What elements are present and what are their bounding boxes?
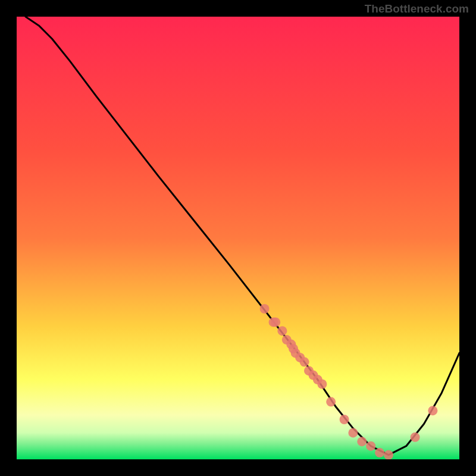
svg-point-21 (384, 450, 393, 459)
svg-point-4 (277, 326, 287, 336)
chart-container: TheBottleneck.com (0, 0, 476, 476)
svg-point-17 (348, 428, 358, 437)
svg-point-23 (428, 406, 437, 415)
svg-point-10 (300, 357, 309, 367)
svg-point-3 (271, 317, 280, 327)
svg-rect-0 (17, 17, 459, 459)
svg-point-14 (317, 380, 327, 389)
chart-svg (17, 17, 459, 459)
svg-point-19 (366, 441, 375, 451)
svg-point-18 (357, 437, 367, 446)
svg-point-16 (340, 415, 349, 424)
plot-area (17, 17, 459, 459)
svg-point-20 (375, 448, 384, 458)
svg-point-1 (260, 304, 270, 314)
svg-point-15 (326, 397, 336, 406)
svg-point-22 (411, 433, 420, 442)
watermark-text: TheBottleneck.com (365, 2, 469, 15)
